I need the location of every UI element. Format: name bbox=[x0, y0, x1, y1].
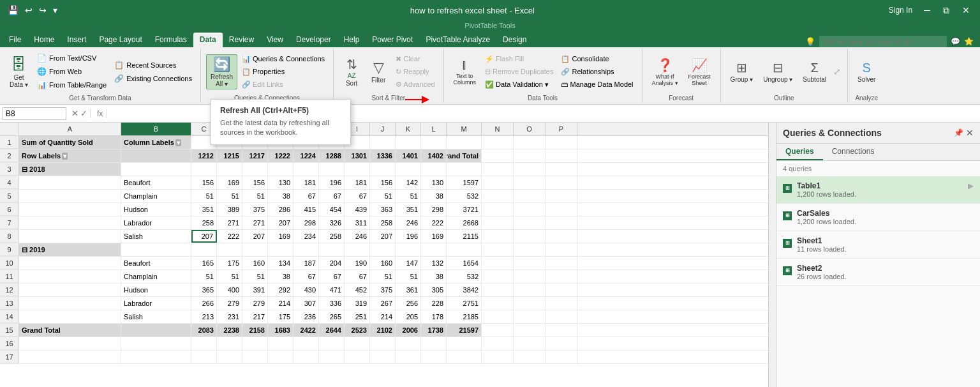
get-data-button[interactable]: 🗄 GetData ▾ bbox=[5, 54, 33, 90]
recent-sources-button[interactable]: 📋Recent Sources bbox=[111, 59, 195, 72]
tab-review[interactable]: Review bbox=[223, 33, 260, 47]
cell-j3[interactable] bbox=[370, 163, 396, 176]
subtotal-button[interactable]: Σ Subtotal bbox=[798, 59, 831, 85]
relationships-button[interactable]: 🔗 Relationships bbox=[558, 66, 636, 78]
cell-j4[interactable]: 156 bbox=[370, 176, 396, 189]
solver-button[interactable]: S Solver bbox=[853, 59, 880, 85]
tell-me-input[interactable] bbox=[819, 36, 947, 47]
save-button[interactable]: 💾 bbox=[5, 4, 21, 17]
cell-j1[interactable] bbox=[370, 136, 396, 149]
cell-h4[interactable]: 196 bbox=[319, 176, 345, 189]
remove-duplicates-button[interactable]: ⊟ Remove Duplicates bbox=[482, 66, 556, 78]
cell-a2[interactable]: Row Labels ▾ bbox=[19, 149, 121, 162]
what-if-analysis-button[interactable]: ❓ What-IfAnalysis ▾ bbox=[648, 56, 683, 88]
cell-c3[interactable] bbox=[191, 163, 217, 176]
customize-qa-button[interactable]: ▾ bbox=[50, 4, 60, 17]
cell-e3[interactable] bbox=[242, 163, 268, 176]
redo-button[interactable]: ↪ bbox=[36, 4, 49, 17]
cell-o1[interactable] bbox=[514, 136, 546, 149]
cell-m2[interactable]: Grand Total bbox=[447, 149, 482, 162]
cell-k1[interactable] bbox=[396, 136, 421, 149]
sign-in-button[interactable]: Sign In bbox=[885, 4, 916, 16]
cell-e4[interactable]: 156 bbox=[242, 176, 268, 189]
query-item-sheet1[interactable]: ⊞ Sheet1 11 rows loaded. bbox=[776, 231, 980, 259]
active-cell-b8[interactable]: 207 bbox=[191, 230, 217, 243]
query-item-sheet2[interactable]: ⊞ Sheet2 26 rows loaded. bbox=[776, 259, 980, 286]
queries-panel-close-button[interactable]: ✕ bbox=[966, 128, 974, 138]
col-n-header[interactable]: N bbox=[482, 123, 514, 135]
cell-l2[interactable]: 1402 bbox=[421, 149, 447, 162]
cell-a4[interactable] bbox=[19, 176, 121, 189]
cell-a5[interactable] bbox=[19, 190, 121, 202]
col-a-header[interactable]: A bbox=[19, 123, 121, 135]
outline-expand[interactable]: ⤢ bbox=[832, 65, 842, 78]
queries-connections-button[interactable]: 📊 Queries & Connections bbox=[239, 53, 328, 65]
minimize-button[interactable]: ─ bbox=[919, 4, 935, 17]
tab-design[interactable]: Design bbox=[496, 33, 533, 47]
cell-n3[interactable] bbox=[482, 163, 514, 176]
cell-d3[interactable] bbox=[217, 163, 242, 176]
cell-p1[interactable] bbox=[546, 136, 577, 149]
cell-a9[interactable]: ⊟ 2019 bbox=[19, 243, 121, 256]
tab-developer[interactable]: Developer bbox=[290, 33, 338, 47]
cell-f3[interactable] bbox=[268, 163, 293, 176]
tab-insert[interactable]: Insert bbox=[61, 33, 93, 47]
cell-n2[interactable] bbox=[482, 149, 514, 162]
close-button[interactable]: ✕ bbox=[957, 4, 975, 17]
queries-tab[interactable]: Queries bbox=[776, 144, 823, 160]
col-b-header[interactable]: B bbox=[121, 123, 191, 135]
tab-view[interactable]: View bbox=[260, 33, 290, 47]
cell-b3[interactable] bbox=[121, 163, 191, 176]
queries-panel-pin-button[interactable]: 📌 bbox=[954, 128, 963, 138]
cell-i4[interactable]: 181 bbox=[345, 176, 370, 189]
from-text-csv-button[interactable]: 📄From Text/CSV bbox=[34, 52, 110, 64]
from-web-button[interactable]: 🌐From Web bbox=[34, 65, 110, 78]
cell-f4[interactable]: 130 bbox=[268, 176, 293, 189]
cell-g2[interactable]: 1224 bbox=[293, 149, 319, 162]
cell-m3[interactable] bbox=[447, 163, 482, 176]
existing-connections-button[interactable]: 🔗Existing Connections bbox=[111, 72, 195, 85]
cell-j2[interactable]: 1336 bbox=[370, 149, 396, 162]
cell-a15[interactable]: Grand Total bbox=[19, 324, 121, 337]
insert-function-icon[interactable]: fx bbox=[93, 109, 107, 118]
name-box[interactable] bbox=[3, 107, 66, 120]
manage-data-model-button[interactable]: 🗃 Manage Data Model bbox=[558, 79, 636, 90]
cell-c2[interactable]: 1212 bbox=[191, 149, 217, 162]
data-validation-button[interactable]: ✅ Data Validation ▾ bbox=[482, 79, 556, 91]
cell-c4[interactable]: 156 bbox=[191, 176, 217, 189]
cell-b4[interactable]: Beaufort bbox=[121, 176, 191, 189]
tab-home[interactable]: Home bbox=[27, 33, 61, 47]
cell-b5[interactable]: Champlain bbox=[121, 190, 191, 202]
text-to-columns-button[interactable]: ⫿ Text toColumns bbox=[449, 56, 481, 87]
cell-f2[interactable]: 1222 bbox=[268, 149, 293, 162]
edit-links-button[interactable]: 🔗 Edit Links bbox=[239, 79, 328, 91]
tab-page-layout[interactable]: Page Layout bbox=[93, 33, 148, 47]
cell-l4[interactable]: 130 bbox=[421, 176, 447, 189]
col-l-header[interactable]: L bbox=[421, 123, 447, 135]
connections-tab[interactable]: Connections bbox=[823, 144, 884, 160]
forecast-sheet-button[interactable]: 📈 ForecastSheet bbox=[684, 56, 715, 88]
cell-e2[interactable]: 1217 bbox=[242, 149, 268, 162]
cell-m1[interactable] bbox=[447, 136, 482, 149]
from-table-range-button[interactable]: 📊From Table/Range bbox=[34, 79, 110, 91]
flash-fill-button[interactable]: ⚡ Flash Fill bbox=[482, 53, 556, 65]
tab-formulas[interactable]: Formulas bbox=[149, 33, 193, 47]
undo-button[interactable]: ↩ bbox=[22, 4, 35, 17]
tab-power-pivot[interactable]: Power Pivot bbox=[366, 33, 419, 47]
cell-g4[interactable]: 181 bbox=[293, 176, 319, 189]
cell-d2[interactable]: 1215 bbox=[217, 149, 242, 162]
cell-l3[interactable] bbox=[421, 163, 447, 176]
col-k-header[interactable]: K bbox=[396, 123, 421, 135]
cell-i2[interactable]: 1301 bbox=[345, 149, 370, 162]
cell-b2[interactable] bbox=[121, 149, 191, 162]
cell-a1[interactable]: Sum of Quantity Sold bbox=[19, 136, 121, 149]
confirm-formula-icon[interactable]: ✓ bbox=[80, 109, 87, 118]
filter-button[interactable]: ▽ Filter bbox=[366, 57, 391, 86]
cell-g3[interactable] bbox=[293, 163, 319, 176]
tab-data[interactable]: Data bbox=[193, 33, 223, 47]
col-p-header[interactable]: P bbox=[546, 123, 577, 135]
col-o-header[interactable]: O bbox=[514, 123, 546, 135]
cell-k2[interactable]: 1401 bbox=[396, 149, 421, 162]
query-item-table1[interactable]: ⊞ Table1 1,200 rows loaded. ▶ bbox=[776, 176, 980, 204]
ungroup-button[interactable]: ⊟ Ungroup ▾ bbox=[759, 58, 797, 85]
